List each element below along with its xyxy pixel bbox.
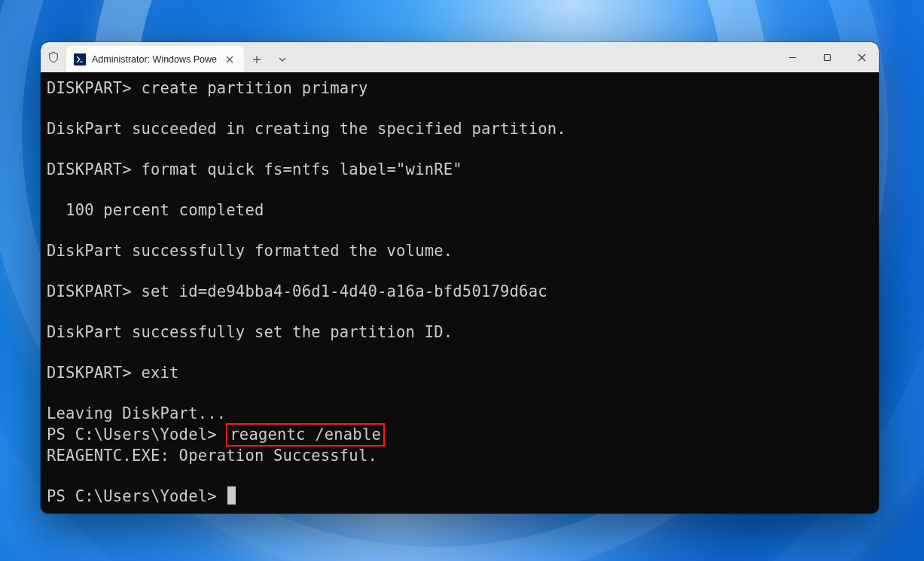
terminal-line (47, 139, 873, 160)
terminal-line: 100 percent completed (47, 200, 873, 221)
terminal-line: DiskPart successfully set the partition … (47, 322, 873, 343)
close-icon (858, 53, 866, 62)
terminal-prompt: PS C:\Users\Yodel> (47, 486, 873, 507)
new-tab-button[interactable] (244, 46, 270, 72)
titlebar[interactable]: Administrator: Windows Powe (41, 42, 879, 72)
terminal-line (47, 302, 873, 322)
minimize-button[interactable] (775, 42, 810, 72)
terminal-content[interactable]: DISKPART> create partition primary DiskP… (41, 72, 879, 514)
terminal-line: DiskPart succeeded in creating the speci… (47, 119, 873, 139)
terminal-line (47, 99, 873, 119)
maximize-button[interactable] (810, 42, 844, 72)
terminal-line: DISKPART> set id=de94bba4-06d1-4d40-a16a… (47, 282, 873, 302)
terminal-line (47, 261, 873, 282)
highlighted-command: reagentc /enable (226, 423, 385, 447)
tab-title: Administrator: Windows Powe (92, 54, 217, 65)
titlebar-drag-region[interactable] (295, 42, 775, 72)
close-window-button[interactable] (844, 42, 879, 72)
terminal-line: REAGENTC.EXE: Operation Successful. (47, 446, 873, 466)
cursor (227, 486, 236, 505)
terminal-line (47, 343, 873, 363)
shield-icon (41, 42, 66, 72)
terminal-line: DISKPART> format quick fs=ntfs label="wi… (47, 160, 873, 180)
terminal-line: DiskPart successfully formatted the volu… (47, 241, 873, 261)
chevron-down-icon (279, 56, 286, 63)
terminal-line (47, 383, 873, 404)
plus-icon (252, 55, 261, 64)
terminal-window: Administrator: Windows Powe (41, 42, 879, 514)
terminal-line: Leaving DiskPart... (47, 404, 873, 424)
terminal-line (47, 466, 873, 486)
minimize-icon (788, 53, 797, 62)
maximize-icon (823, 53, 831, 62)
terminal-line-highlighted: PS C:\Users\Yodel> reagentc /enable (47, 424, 873, 446)
tab-powershell[interactable]: Administrator: Windows Powe (66, 46, 244, 72)
terminal-line (47, 221, 873, 241)
terminal-line (47, 180, 873, 200)
svg-rect-1 (824, 54, 830, 60)
powershell-icon (74, 53, 86, 66)
tab-close-button[interactable] (223, 53, 236, 66)
terminal-line: DISKPART> create partition primary (47, 78, 873, 99)
tab-dropdown-button[interactable] (270, 46, 295, 72)
close-icon (226, 56, 233, 63)
terminal-line: DISKPART> exit (47, 363, 873, 383)
